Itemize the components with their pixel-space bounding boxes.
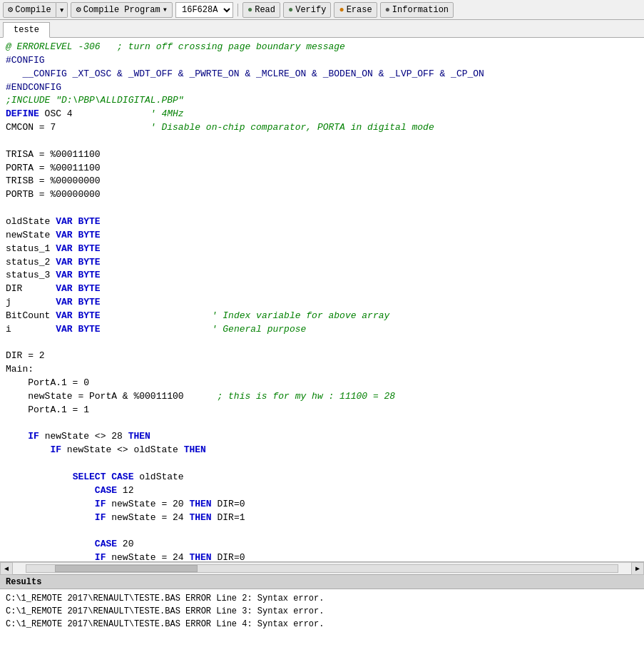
compile-program-arrow: ▾	[163, 4, 168, 15]
read-button[interactable]: ● Read	[242, 2, 280, 18]
read-label: Read	[255, 5, 275, 15]
result-line-3: C:\1_REMOTE 2017\RENAULT\TESTE.BAS ERROR…	[6, 618, 638, 631]
scroll-track[interactable]	[26, 564, 618, 573]
chip-select[interactable]: 16F628A 16F84A 18F4550	[175, 2, 233, 18]
compile-icon: ⚙	[8, 4, 13, 15]
results-label: Results	[6, 577, 41, 587]
compile-program-label: Compile Program	[83, 5, 160, 15]
information-button[interactable]: ● Information	[380, 2, 454, 18]
compile-program-icon: ⚙	[76, 4, 81, 15]
compile-dropdown-arrow[interactable]: ▾	[56, 2, 68, 18]
tabbar: teste	[0, 20, 644, 38]
chevron-down-icon: ▾	[59, 4, 65, 16]
compile-label: Compile	[15, 5, 51, 15]
tab-label: teste	[14, 25, 39, 35]
toolbar-separator-1	[237, 4, 238, 16]
results-content: C:\1_REMOTE 2017\RENAULT\TESTE.BAS ERROR…	[0, 589, 644, 667]
compile-program-button[interactable]: ⚙ Compile Program ▾	[71, 2, 173, 18]
verify-icon: ●	[288, 5, 293, 15]
scroll-thumb[interactable]	[55, 565, 198, 572]
results-panel: Results C:\1_REMOTE 2017\RENAULT\TESTE.B…	[0, 575, 644, 667]
erase-button[interactable]: ● Erase	[334, 2, 377, 18]
results-header: Results	[0, 575, 644, 589]
erase-label: Erase	[347, 5, 372, 15]
erase-icon: ●	[339, 5, 344, 15]
scroll-right-button[interactable]: ▶	[631, 562, 644, 575]
information-label: Information	[392, 5, 449, 15]
result-line-1: C:\1_REMOTE 2017\RENAULT\TESTE.BAS ERROR…	[6, 592, 638, 605]
information-icon: ●	[385, 5, 390, 15]
verify-label: Verify	[295, 5, 326, 15]
read-icon: ●	[247, 5, 252, 15]
verify-button[interactable]: ● Verify	[283, 2, 331, 18]
editor-area[interactable]: @ ERRORLEVEL -306 ; turn off crossing pa…	[0, 38, 644, 562]
compile-dropdown: ⚙ Compile ▾	[3, 2, 68, 18]
compile-button[interactable]: ⚙ Compile	[3, 2, 56, 18]
result-line-2: C:\1_REMOTE 2017\RENAULT\TESTE.BAS ERROR…	[6, 605, 638, 618]
tab-teste[interactable]: teste	[3, 22, 50, 38]
code-content: @ ERRORLEVEL -306 ; turn off crossing pa…	[0, 38, 644, 562]
scroll-left-button[interactable]: ◀	[0, 562, 13, 575]
toolbar: ⚙ Compile ▾ ⚙ Compile Program ▾ 16F628A …	[0, 0, 644, 20]
horizontal-scrollbar[interactable]: ◀ ▶	[0, 562, 644, 575]
